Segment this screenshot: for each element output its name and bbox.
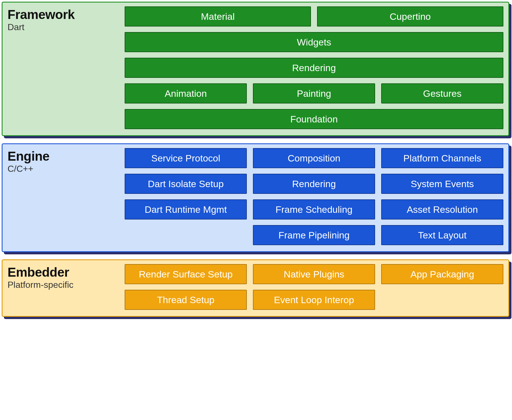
box-painting: Painting bbox=[253, 83, 375, 103]
box-material: Material bbox=[125, 6, 311, 26]
layer-engine-title: Engine bbox=[8, 149, 125, 164]
layer-framework-content: Material Cupertino Widgets Rendering Ani… bbox=[125, 6, 503, 129]
layer-framework-header: Framework Dart bbox=[8, 6, 125, 129]
box-platform-channels: Platform Channels bbox=[381, 148, 503, 168]
layer-engine-header: Engine C/C++ bbox=[8, 148, 125, 245]
layer-embedder-content: Render Surface Setup Native Plugins App … bbox=[125, 264, 503, 310]
box-asset-resolution: Asset Resolution bbox=[381, 199, 503, 219]
box-dart-isolate-setup: Dart Isolate Setup bbox=[125, 174, 247, 194]
box-cupertino: Cupertino bbox=[317, 6, 503, 26]
box-composition: Composition bbox=[253, 148, 375, 168]
box-text-layout: Text Layout bbox=[381, 225, 503, 245]
box-native-plugins: Native Plugins bbox=[253, 264, 375, 284]
box-service-protocol: Service Protocol bbox=[125, 148, 247, 168]
box-rendering-framework: Rendering bbox=[125, 58, 503, 78]
layer-engine: Engine C/C++ Service Protocol Compositio… bbox=[2, 143, 509, 252]
box-rendering-engine: Rendering bbox=[253, 174, 375, 194]
box-frame-pipelining: Frame Pipelining bbox=[253, 225, 375, 245]
box-system-events: System Events bbox=[381, 174, 503, 194]
layer-embedder-title: Embedder bbox=[8, 265, 125, 280]
layer-embedder-subtitle: Platform-specific bbox=[8, 280, 125, 290]
box-dart-runtime-mgmt: Dart Runtime Mgmt bbox=[125, 199, 247, 219]
layer-framework-subtitle: Dart bbox=[8, 22, 125, 32]
box-thread-setup: Thread Setup bbox=[125, 290, 247, 310]
layer-embedder-header: Embedder Platform-specific bbox=[8, 264, 125, 310]
box-foundation: Foundation bbox=[125, 109, 503, 129]
box-gestures: Gestures bbox=[381, 83, 503, 103]
layer-embedder: Embedder Platform-specific Render Surfac… bbox=[2, 259, 509, 317]
box-animation: Animation bbox=[125, 83, 247, 103]
layer-engine-subtitle: C/C++ bbox=[8, 164, 125, 174]
layer-engine-content: Service Protocol Composition Platform Ch… bbox=[125, 148, 503, 245]
layer-framework-title: Framework bbox=[8, 7, 125, 22]
box-widgets: Widgets bbox=[125, 32, 503, 52]
box-app-packaging: App Packaging bbox=[381, 264, 503, 284]
box-render-surface-setup: Render Surface Setup bbox=[125, 264, 247, 284]
box-frame-scheduling: Frame Scheduling bbox=[253, 199, 375, 219]
layer-framework: Framework Dart Material Cupertino Widget… bbox=[2, 2, 509, 136]
box-event-loop-interop: Event Loop Interop bbox=[253, 290, 375, 310]
